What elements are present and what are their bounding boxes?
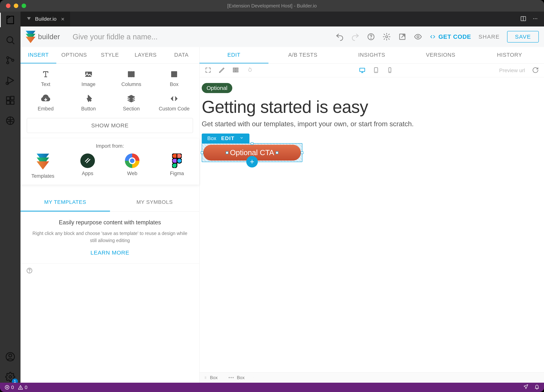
breadcrumb-root[interactable]: Box — [200, 372, 224, 383]
close-window-button[interactable] — [6, 4, 11, 8]
preview-url-input[interactable]: Preview url — [499, 67, 525, 73]
settings-icon[interactable] — [383, 33, 391, 41]
import-web[interactable]: Web — [110, 154, 155, 179]
fullscreen-icon[interactable] — [205, 67, 211, 74]
builder-activity-icon[interactable] — [5, 116, 15, 126]
templates-card-title: Easily repurpose content with templates — [32, 219, 188, 226]
grid-icon[interactable] — [232, 67, 239, 74]
extensions-icon[interactable] — [5, 95, 15, 106]
subhead-text[interactable]: Get started with our templates, import y… — [202, 120, 542, 128]
insert-embed[interactable]: Embed — [24, 94, 67, 112]
split-editor-icon[interactable] — [520, 16, 526, 23]
editor-tab-builder[interactable]: Builder.io × — [20, 12, 70, 26]
accounts-icon[interactable] — [5, 352, 15, 362]
source-control-icon[interactable] — [5, 55, 15, 66]
builder-logo[interactable]: builder — [26, 31, 60, 43]
svg-point-30 — [177, 158, 182, 163]
device-desktop-icon[interactable] — [359, 67, 366, 74]
help-icon[interactable] — [367, 33, 375, 41]
settings-gear-icon[interactable]: 1 — [5, 372, 15, 383]
selection-type: Box — [207, 135, 216, 141]
tab-style[interactable]: STYLE — [92, 47, 128, 63]
section-icon — [110, 94, 153, 104]
save-button[interactable]: SAVE — [507, 31, 539, 42]
insert-text[interactable]: Text — [24, 69, 67, 87]
import-figma[interactable]: Figma — [154, 154, 199, 179]
insert-columns[interactable]: Columns — [110, 69, 153, 87]
tab-insert[interactable]: INSERT — [20, 47, 56, 63]
tab-insights[interactable]: INSIGHTS — [337, 47, 406, 63]
tab-layers[interactable]: LAYERS — [128, 47, 164, 63]
svg-point-43 — [390, 72, 390, 72]
tab-options[interactable]: OPTIONS — [56, 47, 92, 63]
show-more-button[interactable]: SHOW MORE — [27, 118, 193, 133]
breadcrumb-item[interactable]: ••• Box — [224, 372, 251, 383]
more-icon[interactable] — [532, 16, 538, 23]
learn-more-link[interactable]: LEARN MORE — [32, 249, 188, 256]
share-button[interactable]: SHARE — [479, 34, 500, 40]
button-icon — [67, 94, 110, 104]
svg-point-12 — [9, 376, 12, 378]
import-templates[interactable]: Templates — [20, 154, 65, 179]
preview-eye-icon[interactable] — [414, 33, 422, 41]
svg-rect-37 — [233, 71, 236, 72]
close-icon[interactable]: × — [61, 16, 65, 23]
redo-icon[interactable] — [351, 33, 360, 41]
insert-image[interactable]: Image — [67, 69, 110, 87]
add-element-button[interactable]: + — [246, 156, 258, 167]
device-mobile-icon[interactable] — [386, 67, 393, 74]
fiddle-name-input[interactable]: Give your fiddle a name... — [73, 33, 158, 41]
get-code-button[interactable]: GET CODE — [430, 33, 471, 40]
canvas-toolbar: Preview url — [200, 64, 544, 77]
tab-history[interactable]: HISTORY — [475, 47, 544, 63]
svg-point-48 — [206, 377, 206, 378]
crumb-label: Box — [237, 375, 245, 380]
explorer-icon[interactable] — [5, 15, 15, 26]
insert-custom-code[interactable]: Custom Code — [153, 94, 195, 112]
footer-help-icon[interactable] — [26, 267, 33, 275]
refresh-icon[interactable] — [532, 67, 539, 74]
resize-handle-right[interactable] — [301, 151, 303, 154]
right-panel: EDIT A/B TESTS INSIGHTS VERSIONS HISTORY — [200, 47, 544, 383]
undo-icon[interactable] — [336, 33, 344, 41]
svg-point-32 — [29, 272, 30, 272]
tab-my-symbols[interactable]: MY SYMBOLS — [110, 194, 200, 212]
minimize-window-button[interactable] — [14, 4, 18, 8]
svg-point-44 — [205, 376, 205, 377]
insert-grid: Text Image Columns Box Embed Button Sect… — [20, 64, 199, 115]
tab-versions[interactable]: VERSIONS — [406, 47, 475, 63]
svg-point-45 — [205, 377, 205, 378]
status-errors[interactable]: 0 — [5, 385, 14, 390]
chevron-down-icon[interactable] — [239, 135, 244, 141]
import-apps[interactable]: Apps — [65, 154, 110, 179]
inner-handle[interactable] — [276, 151, 278, 154]
svg-rect-38 — [236, 71, 238, 72]
canvas[interactable]: Optional Getting started is easy Get sta… — [200, 77, 544, 372]
resize-handle-top[interactable] — [251, 142, 253, 145]
tab-my-templates[interactable]: MY TEMPLATES — [20, 194, 110, 212]
tab-ab-tests[interactable]: A/B TESTS — [268, 47, 337, 63]
selection-edit-button[interactable]: EDIT — [221, 135, 235, 141]
status-warnings[interactable]: 0 — [18, 385, 27, 390]
svg-point-49 — [206, 378, 206, 379]
left-panel-tabs: INSERT OPTIONS STYLE LAYERS DATA — [20, 47, 199, 64]
headline-text[interactable]: Getting started is easy — [202, 97, 542, 117]
insert-box[interactable]: Box — [153, 69, 195, 87]
tab-data[interactable]: DATA — [164, 47, 199, 63]
notifications-icon[interactable] — [534, 384, 539, 391]
run-debug-icon[interactable] — [5, 75, 15, 86]
open-external-icon[interactable] — [398, 33, 406, 41]
search-icon[interactable] — [5, 35, 15, 46]
maximize-window-button[interactable] — [22, 4, 26, 8]
tab-edit[interactable]: EDIT — [200, 47, 268, 63]
pencil-icon[interactable] — [219, 67, 225, 74]
device-tablet-icon[interactable] — [373, 67, 379, 74]
selected-element[interactable]: Box EDIT Optional CTA — [202, 134, 302, 162]
flame-icon[interactable] — [246, 67, 253, 74]
insert-button[interactable]: Button — [67, 94, 110, 112]
feedback-icon[interactable] — [524, 384, 529, 391]
insert-section[interactable]: Section — [110, 94, 153, 112]
resize-handle-left[interactable] — [201, 151, 203, 154]
inner-handle[interactable] — [226, 151, 228, 154]
image-icon — [67, 69, 110, 79]
